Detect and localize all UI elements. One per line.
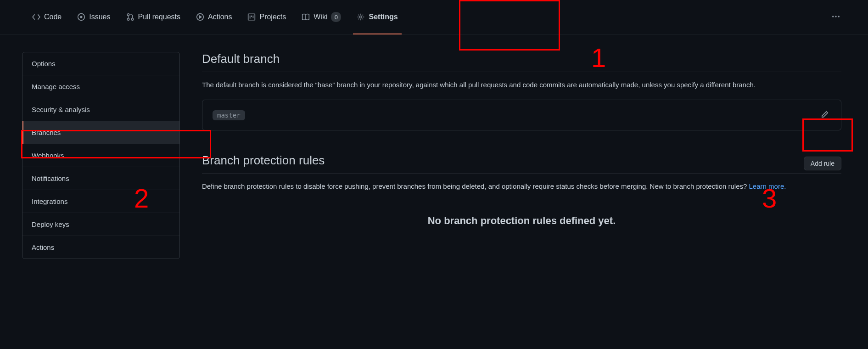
svg-point-8 (832, 16, 834, 17)
svg-point-7 (360, 16, 362, 18)
edit-default-branch-button[interactable] (819, 108, 831, 122)
sidebar-item-label: Notifications (32, 174, 69, 182)
play-icon (196, 13, 204, 21)
tab-label: Wiki (314, 13, 327, 21)
pull-request-icon (126, 13, 134, 21)
svg-point-10 (838, 16, 840, 17)
sidebar-item-label: Integrations (32, 197, 67, 205)
sidebar-item-label: Webhooks (32, 152, 64, 159)
protection-desc-text: Define branch protection rules to disabl… (202, 182, 749, 190)
book-icon (302, 13, 310, 21)
tab-pull-requests[interactable]: Pull requests (126, 0, 181, 34)
sidebar-item-options[interactable]: Options (22, 52, 179, 75)
tab-label: Code (44, 13, 62, 21)
settings-sidebar: Options Manage access Security & analysi… (22, 52, 180, 259)
tab-projects[interactable]: Projects (247, 0, 286, 34)
svg-point-9 (835, 16, 837, 17)
svg-point-4 (131, 18, 134, 21)
tab-wiki[interactable]: Wiki 0 (302, 0, 341, 34)
svg-point-1 (81, 16, 82, 17)
sidebar-item-manage-access[interactable]: Manage access (22, 75, 179, 98)
issue-icon (77, 13, 85, 21)
tab-issues[interactable]: Issues (77, 0, 110, 34)
sidebar-item-webhooks[interactable]: Webhooks (22, 144, 179, 167)
tab-code[interactable]: Code (32, 0, 62, 34)
sidebar-item-label: Actions (32, 243, 54, 251)
project-icon (247, 13, 256, 21)
sidebar-item-actions[interactable]: Actions (22, 236, 179, 259)
page-body: Options Manage access Security & analysi… (0, 34, 868, 259)
tab-label: Issues (89, 13, 110, 21)
add-rule-button[interactable]: Add rule (804, 157, 841, 170)
learn-more-link[interactable]: Learn more. (749, 182, 786, 190)
gear-icon (357, 13, 365, 21)
kebab-icon (831, 12, 840, 23)
tab-label: Actions (208, 13, 232, 21)
sidebar-item-label: Security & analysis (32, 106, 90, 113)
tab-label: Settings (369, 13, 398, 21)
sidebar-item-label: Deploy keys (32, 220, 69, 228)
wiki-count-badge: 0 (331, 12, 341, 22)
code-icon (32, 13, 40, 21)
sidebar-item-integrations[interactable]: Integrations (22, 190, 179, 213)
tab-label: Projects (259, 13, 286, 21)
sidebar-item-label: Options (32, 60, 56, 68)
sidebar-item-deploy-keys[interactable]: Deploy keys (22, 213, 179, 236)
tab-actions[interactable]: Actions (196, 0, 232, 34)
svg-point-2 (127, 14, 129, 16)
sidebar-item-security-analysis[interactable]: Security & analysis (22, 98, 179, 121)
svg-point-3 (127, 18, 129, 21)
more-menu[interactable] (831, 12, 840, 23)
settings-main: Default branch The default branch is con… (202, 52, 846, 259)
default-branch-box: master (202, 100, 841, 130)
pencil-icon (821, 110, 829, 120)
repo-tabs: Code Issues Pull requests Actions Projec… (0, 0, 868, 34)
sidebar-item-notifications[interactable]: Notifications (22, 167, 179, 190)
sidebar-item-label: Manage access (32, 83, 80, 90)
protection-description: Define branch protection rules to disabl… (202, 181, 841, 192)
sidebar-item-branches[interactable]: Branches (22, 121, 179, 144)
default-branch-name: master (213, 110, 245, 120)
tab-label: Pull requests (138, 13, 181, 21)
protection-empty-message: No branch protection rules defined yet. (202, 215, 841, 227)
default-branch-heading: Default branch (202, 52, 841, 72)
protection-heading: Branch protection rules (202, 153, 325, 173)
default-branch-description: The default branch is considered the “ba… (202, 79, 841, 90)
protection-header: Branch protection rules Add rule (202, 153, 841, 174)
tab-settings[interactable]: Settings (357, 0, 398, 34)
sidebar-item-label: Branches (32, 129, 61, 136)
